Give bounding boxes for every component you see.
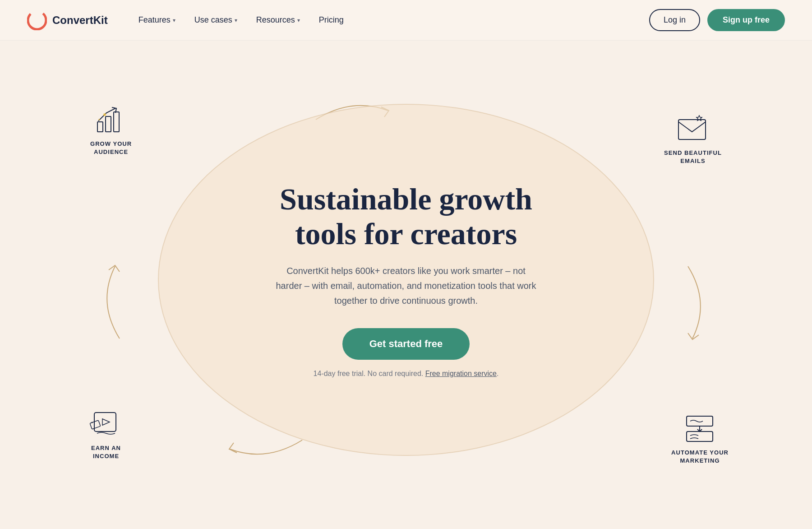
svg-rect-7	[678, 120, 706, 139]
grow-icon	[93, 104, 129, 135]
automate-icon	[682, 413, 718, 444]
email-label: SEND BEAUTIFULEMAILS	[664, 149, 722, 165]
oval-container: Sustainable growth tools for creators Co…	[158, 104, 654, 456]
hero-content: Sustainable growth tools for creators Co…	[248, 182, 564, 377]
signup-button[interactable]: Sign up free	[707, 9, 785, 31]
svg-rect-8	[94, 413, 116, 432]
chevron-down-icon: ▾	[297, 17, 300, 23]
earn-label: EARN ANINCOME	[91, 444, 121, 460]
chevron-down-icon: ▾	[235, 17, 237, 23]
hero-note: 14-day free trial. No card required. Fre…	[266, 370, 546, 378]
feature-automate: AUTOMATE YOURMARKETING	[671, 413, 729, 465]
chevron-down-icon: ▾	[173, 17, 175, 23]
svg-point-6	[98, 119, 100, 121]
cta-button[interactable]: Get started free	[342, 328, 470, 360]
hero-section: Sustainable growth tools for creators Co…	[0, 41, 812, 519]
svg-point-10	[92, 422, 93, 423]
logo[interactable]: ConvertKit	[27, 10, 108, 30]
navbar: ConvertKit Features ▾ Use cases ▾ Resour…	[0, 0, 812, 41]
nav-pricing[interactable]: Pricing	[311, 11, 352, 29]
svg-rect-12	[687, 432, 713, 441]
login-button[interactable]: Log in	[649, 9, 700, 31]
logo-text: ConvertKit	[52, 14, 108, 27]
grow-label: GROW YOURAUDIENCE	[90, 140, 132, 156]
nav-actions: Log in Sign up free	[649, 9, 785, 31]
svg-point-5	[103, 113, 106, 116]
svg-rect-3	[106, 116, 111, 132]
svg-rect-4	[114, 112, 119, 132]
hero-title: Sustainable growth tools for creators	[266, 182, 546, 251]
nav-resources[interactable]: Resources ▾	[248, 11, 308, 29]
nav-links: Features ▾ Use cases ▾ Resources ▾ Prici…	[130, 11, 649, 29]
arrow-right	[679, 257, 715, 348]
nav-features[interactable]: Features ▾	[130, 11, 184, 29]
earn-icon	[88, 408, 124, 440]
feature-email: SEND BEAUTIFULEMAILS	[664, 113, 722, 165]
hero-subtitle: ConvertKit helps 600k+ creators like you…	[275, 264, 537, 308]
migration-link[interactable]: Free migration service	[425, 370, 497, 377]
feature-earn: EARN ANINCOME	[88, 408, 124, 460]
logo-icon	[27, 10, 47, 30]
svg-rect-9	[90, 420, 101, 429]
nav-use-cases[interactable]: Use cases ▾	[186, 11, 245, 29]
automate-label: AUTOMATE YOURMARKETING	[671, 449, 729, 465]
email-icon	[675, 113, 711, 144]
arrow-left	[92, 257, 129, 348]
svg-rect-2	[97, 122, 103, 132]
feature-grow: GROW YOURAUDIENCE	[90, 104, 132, 156]
